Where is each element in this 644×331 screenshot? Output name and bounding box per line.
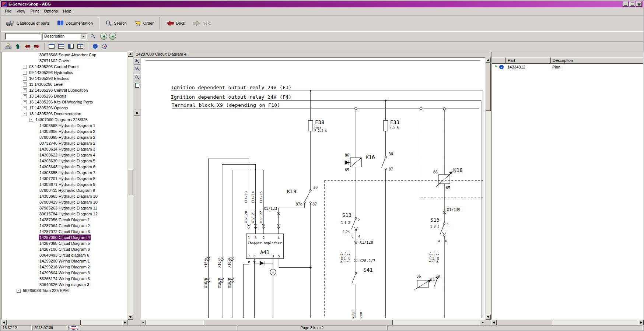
tree-item[interactable]: +13 14305296 Decals (2, 93, 127, 99)
scroll-left-button[interactable] (1, 320, 7, 325)
expand-icon[interactable]: + (23, 82, 27, 87)
collapse-icon[interactable]: - (29, 118, 33, 122)
tree-item[interactable]: 87900395 Hydraulic Diagram 2 (2, 134, 127, 140)
tree-item[interactable]: +09 14305296 Hydraulics (2, 70, 127, 75)
info-icon[interactable]: i (499, 65, 504, 69)
collapse-icon[interactable]: - (17, 289, 21, 293)
next-button[interactable]: Next (189, 17, 214, 30)
column-header-description[interactable]: Description (551, 57, 643, 64)
scroll-left-button[interactable] (141, 320, 146, 325)
tree-item[interactable]: 14287064 Circuit Diagram 2 (2, 223, 127, 229)
tree-item[interactable]: +10 14305296 Electrics (2, 75, 127, 81)
scroll-right-button[interactable] (480, 320, 485, 325)
menu-view[interactable]: View (14, 8, 28, 14)
tree-item[interactable]: 56266174 Wiring Diagram 3 (2, 276, 127, 282)
tree-item[interactable]: 14287098 Circuit Diagram 5 (2, 240, 127, 246)
tree-item[interactable]: 14303622 Hydraulic Diagram 4 (2, 152, 127, 158)
scrollbar-thumb[interactable] (486, 63, 491, 111)
documentation-button[interactable]: Documentation (53, 17, 97, 30)
tree-item[interactable]: 80640493 Circuit diagram 6 (2, 252, 127, 258)
tree-item[interactable]: 14303663 Hydraulic Diagram 10 (2, 193, 127, 199)
expand-icon[interactable]: + (23, 88, 27, 92)
scrollbar-thumb[interactable] (203, 320, 393, 325)
diagram-vertical-scrollbar[interactable] (486, 57, 491, 320)
expand-icon[interactable]: + (23, 94, 27, 98)
tree-item[interactable]: 14287072 Circuit Diagram 3 (2, 229, 127, 235)
collapse-icon[interactable]: - (23, 112, 27, 116)
expand-icon[interactable]: + (23, 71, 27, 75)
parts-horizontal-scrollbar[interactable] (491, 320, 644, 325)
history-back-button[interactable] (100, 33, 107, 40)
scrollbar-thumb[interactable] (7, 320, 81, 325)
view-split-vertical-button[interactable] (66, 42, 75, 50)
chevron-down-icon[interactable] (80, 34, 86, 39)
tree-item[interactable]: 80732746 Hydraulic Diagram 2 (2, 140, 127, 146)
diagram-canvas[interactable]: Ignition dependent output realy 24V (F3)… (141, 57, 485, 320)
tree-item[interactable]: 14287056 Circuit Diagram 1 (2, 217, 127, 223)
scroll-up-button[interactable] (128, 52, 133, 57)
tree-item[interactable]: 14287080 Circuit Diagram 4 (2, 235, 127, 240)
tree-item[interactable]: 87900411 Hydraulic Diagram 9 (2, 187, 127, 193)
tree-item[interactable]: +12 14305296 Central Lubrication (2, 87, 127, 93)
tree-item[interactable]: 14303614 Hydraulic Diagram 3 (2, 146, 127, 152)
table-row[interactable]: * i 14334312 Plan (492, 64, 643, 70)
info-button[interactable]: i (91, 42, 99, 50)
tree-item[interactable]: 14287106 Circuit Diagram 6 (2, 246, 127, 252)
tree-item[interactable]: +17 14305296 Options (2, 105, 127, 111)
search-input[interactable] (5, 33, 41, 40)
view-grid-button[interactable] (76, 42, 85, 50)
scroll-right-button[interactable] (122, 320, 127, 325)
collapse-panel-button[interactable]: » (134, 110, 140, 116)
expand-icon[interactable]: + (23, 106, 27, 110)
forward-button[interactable] (32, 42, 41, 50)
tree-item[interactable]: 14303671 Hydraulic Diagram 9 (2, 182, 127, 187)
view-split-horizontal-button[interactable] (57, 42, 66, 50)
tree-item[interactable]: 14303630 Hydraulic Diagram 5 (2, 158, 127, 164)
tree-item[interactable]: -56269038 Titan 225 EPM (2, 288, 127, 293)
diagram-horizontal-scrollbar[interactable] (141, 320, 485, 325)
menu-options[interactable]: Options (41, 8, 60, 14)
settings-button[interactable] (100, 42, 109, 50)
tree-item[interactable]: 14303648 Hydraulic Diagram 6 (2, 164, 127, 170)
print-page-button[interactable] (134, 82, 140, 88)
history-forward-button[interactable] (109, 33, 116, 40)
tree-item[interactable]: -14307060 Diagrams 225/325 (2, 117, 127, 123)
previous-button[interactable] (23, 42, 32, 50)
tree-item[interactable]: +08 14305296 Control Panel (2, 64, 127, 70)
scroll-up-button[interactable] (486, 57, 491, 63)
search-button[interactable]: Search (102, 17, 130, 30)
tree-item[interactable]: 14303655 Hydraulic Diagram 7 (2, 170, 127, 176)
tree-structure-button[interactable] (4, 42, 13, 50)
tree-horizontal-scrollbar[interactable] (1, 320, 127, 325)
tree-item[interactable]: 80615784 Hydraulic Diagram 12 (2, 211, 127, 217)
tree-item[interactable]: 14303598 Hydraulic Diagram 1 (2, 123, 127, 128)
zoom-out-button[interactable] (134, 66, 140, 72)
tree-item[interactable]: 14299804 Wiring Diagram 3 (2, 270, 127, 276)
tree-vertical-scrollbar[interactable] (128, 52, 133, 320)
zoom-fit-button[interactable] (134, 74, 140, 81)
tree-item[interactable]: 14299218 Wiring Diagram 2 (2, 264, 127, 270)
search-go-button[interactable] (90, 34, 95, 40)
column-header-icons[interactable] (492, 57, 506, 64)
tree-item[interactable]: 80640626 Wiring diagram 3 (2, 282, 127, 288)
search-field-select[interactable]: Description (42, 33, 87, 40)
expand-icon[interactable]: + (23, 77, 27, 81)
maximize-button[interactable] (629, 1, 635, 7)
expand-icon[interactable]: + (23, 65, 27, 69)
view-single-pane-button[interactable] (47, 42, 56, 50)
scrollbar-thumb[interactable] (497, 320, 552, 325)
tree-item[interactable]: 87971602 Cover (2, 58, 127, 64)
menu-help[interactable]: Help (60, 8, 74, 14)
expand-icon[interactable]: + (23, 100, 27, 104)
menu-file[interactable]: File (2, 8, 14, 14)
tree-item[interactable]: +11 14305296 Level (2, 81, 127, 87)
tree-item[interactable]: 87900429 Hydraulic Diagram 10 (2, 199, 127, 205)
zoom-in-button[interactable] (134, 58, 140, 65)
scroll-down-button[interactable] (486, 314, 491, 320)
back-button[interactable]: Back (162, 17, 189, 30)
level-up-button[interactable] (13, 42, 22, 50)
tree-item[interactable]: 14303606 Hydraulic Diagram 2 (2, 128, 127, 134)
tree-item[interactable]: 87985263 Hydraulic Diagram 11 (2, 205, 127, 211)
tree-item[interactable]: +16 14305296 Kits Of Wearing Parts (2, 99, 127, 105)
menu-print[interactable]: Print (28, 8, 41, 14)
